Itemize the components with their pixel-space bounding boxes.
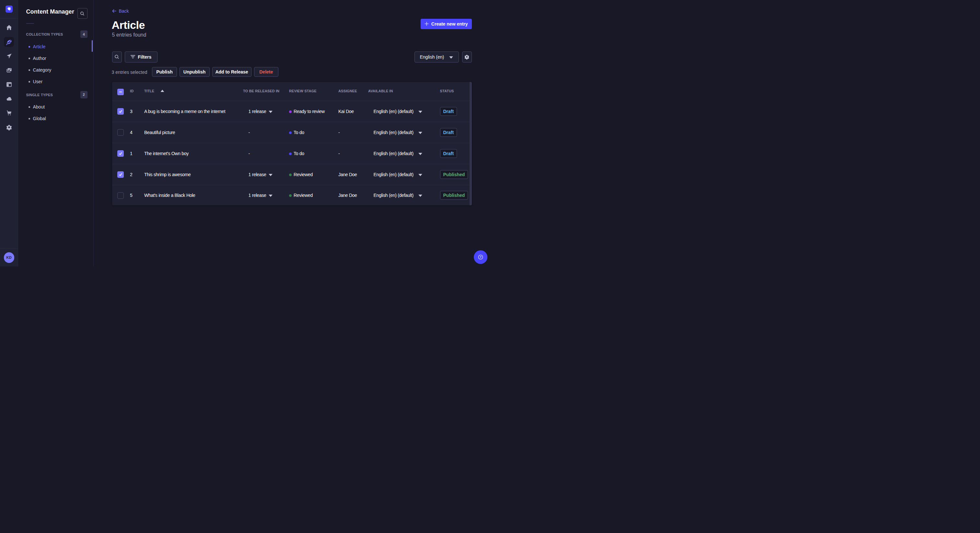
- svg-text:?: ?: [480, 255, 482, 259]
